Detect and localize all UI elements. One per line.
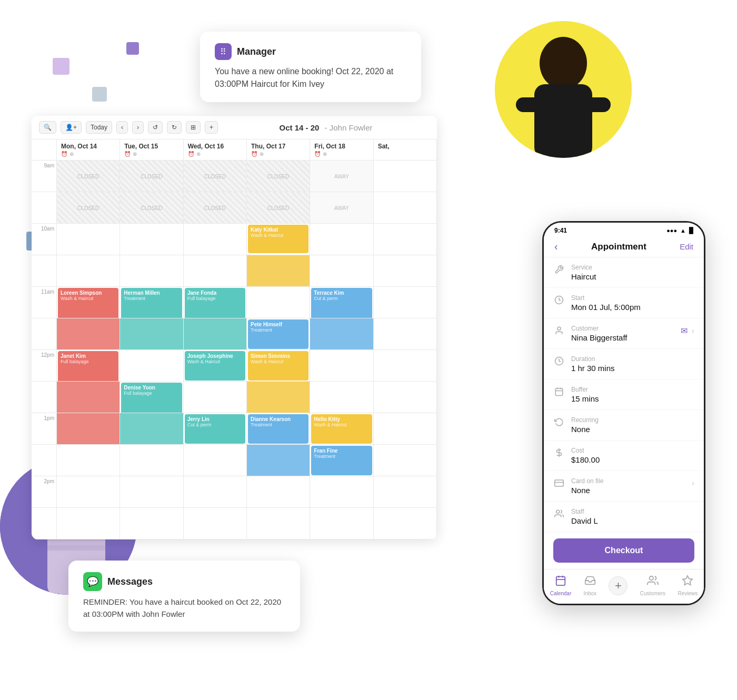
cell-tue-1130[interactable]: [120, 318, 183, 350]
cell-wed-130[interactable]: [184, 445, 247, 476]
cell-mon-2pm[interactable]: [57, 476, 120, 508]
cell-sat-930[interactable]: [374, 192, 437, 224]
cell-sat-11am[interactable]: [374, 287, 437, 318]
cell-tue-1030[interactable]: [120, 255, 183, 287]
cell-sat-1030[interactable]: [374, 255, 437, 287]
cell-thu-12pm[interactable]: Simon Simmins Wash & Haircut: [247, 350, 310, 382]
cell-fri-230[interactable]: [310, 508, 373, 539]
cell-wed-10am[interactable]: [184, 224, 247, 255]
nav-right-btn[interactable]: ›: [132, 121, 144, 134]
cell-wed-12pm[interactable]: Joseph Josephine Wash & Haircut: [184, 350, 247, 382]
edit-button[interactable]: Edit: [680, 242, 693, 251]
cell-tue-930[interactable]: CLOSED: [120, 192, 183, 224]
cell-thu-1pm[interactable]: Dianne Kearson Treatment: [247, 413, 310, 445]
cell-sat-130[interactable]: [374, 445, 437, 476]
cell-mon-1030[interactable]: [57, 255, 120, 287]
card-row[interactable]: Card on file None ›: [544, 471, 704, 502]
cell-fri-1030[interactable]: [310, 255, 373, 287]
cell-thu-1130[interactable]: Pete Himself Treatment: [247, 318, 310, 350]
cell-sat-9am[interactable]: [374, 161, 437, 192]
cell-thu-10am[interactable]: Katy Kitkat Wash & Haircut: [247, 224, 310, 255]
tab-reviews[interactable]: Reviews: [678, 575, 698, 596]
tab-inbox[interactable]: Inbox: [584, 575, 596, 596]
cell-fri-12pm[interactable]: [310, 350, 373, 382]
cell-tue-9am[interactable]: CLOSED: [120, 161, 183, 192]
customer-row[interactable]: Customer Nina Biggerstaff ✉ ›: [544, 318, 704, 349]
checkout-button[interactable]: Checkout: [553, 538, 694, 563]
cell-tue-1230[interactable]: Denise Yoon Full balayage: [120, 382, 183, 413]
cell-wed-1130[interactable]: [184, 318, 247, 350]
svg-rect-16: [555, 388, 563, 396]
cell-wed-930[interactable]: CLOSED: [184, 192, 247, 224]
header-mon: Mon, Oct 14 ⏰ ⊕: [57, 139, 120, 161]
cell-fri-930[interactable]: AWAY: [310, 192, 373, 224]
cell-mon-1230[interactable]: [57, 382, 120, 413]
add-tab-icon[interactable]: +: [609, 576, 628, 595]
cell-tue-230[interactable]: [120, 508, 183, 539]
cell-thu-1030[interactable]: [247, 255, 310, 287]
cell-tue-130[interactable]: [120, 445, 183, 476]
cell-sat-12pm[interactable]: [374, 350, 437, 382]
cell-mon-11am[interactable]: Loreen Simpson Wash & Haircut: [57, 287, 120, 318]
staff-icon: [553, 509, 565, 521]
cell-wed-1pm[interactable]: Jerry Lin Cut & perm: [184, 413, 247, 445]
cell-thu-1230[interactable]: [247, 382, 310, 413]
cell-thu-230[interactable]: [247, 508, 310, 539]
redo-btn[interactable]: ↻: [167, 121, 182, 134]
cell-fri-10am[interactable]: [310, 224, 373, 255]
cell-thu-11am[interactable]: [247, 287, 310, 318]
cell-thu-130[interactable]: [247, 445, 310, 476]
wifi-icon: ▲: [680, 227, 686, 234]
undo-btn[interactable]: ↺: [148, 121, 163, 134]
cell-sat-1pm[interactable]: [374, 413, 437, 445]
cell-fri-1130[interactable]: [310, 318, 373, 350]
cell-fri-11am[interactable]: Terrace Kim Cut & perm: [310, 287, 373, 318]
cell-thu-9am[interactable]: CLOSED: [247, 161, 310, 192]
zoom-btn[interactable]: 🔍: [39, 121, 56, 134]
cell-wed-230[interactable]: [184, 508, 247, 539]
today-btn[interactable]: Today: [86, 121, 112, 134]
cell-tue-10am[interactable]: [120, 224, 183, 255]
cell-sat-230[interactable]: [374, 508, 437, 539]
cell-thu-2pm[interactable]: [247, 476, 310, 508]
cell-sat-2pm[interactable]: [374, 476, 437, 508]
cell-sat-1230[interactable]: [374, 382, 437, 413]
cell-mon-9am[interactable]: CLOSED: [57, 161, 120, 192]
cell-mon-930[interactable]: CLOSED: [57, 192, 120, 224]
cell-wed-9am[interactable]: CLOSED: [184, 161, 247, 192]
cell-tue-11am[interactable]: Herman Millen Treatment: [120, 287, 183, 318]
nav-left-btn[interactable]: ‹: [116, 121, 128, 134]
cell-mon-230[interactable]: [57, 508, 120, 539]
cell-mon-1130[interactable]: [57, 318, 120, 350]
svg-rect-4: [571, 97, 611, 112]
cell-fri-9am[interactable]: AWAY: [310, 161, 373, 192]
tab-add[interactable]: +: [609, 576, 628, 595]
cell-tue-1pm[interactable]: [120, 413, 183, 445]
cell-fri-130[interactable]: Fran Fine Treatment: [310, 445, 373, 476]
add-btn[interactable]: +: [205, 121, 218, 134]
cell-mon-130[interactable]: [57, 445, 120, 476]
cell-tue-2pm[interactable]: [120, 476, 183, 508]
appointment-detail: Service Haircut Start Mon 01 Jul, 5:00pm…: [544, 257, 704, 604]
buffer-value: 15 mins: [571, 394, 694, 403]
back-button[interactable]: ‹: [554, 241, 558, 253]
cell-wed-11am[interactable]: Jane Fonda Full balayage: [184, 287, 247, 318]
cell-mon-1pm[interactable]: [57, 413, 120, 445]
email-button[interactable]: ✉: [681, 326, 688, 336]
tab-customers[interactable]: Customers: [640, 575, 665, 596]
cell-thu-930[interactable]: CLOSED: [247, 192, 310, 224]
staff-btn[interactable]: 👤+: [61, 121, 82, 134]
cell-wed-1230[interactable]: [184, 382, 247, 413]
cell-wed-2pm[interactable]: [184, 476, 247, 508]
cell-mon-10am[interactable]: [57, 224, 120, 255]
cell-sat-1130[interactable]: [374, 318, 437, 350]
cell-fri-1pm[interactable]: Hello Kitty Wash & Haircut: [310, 413, 373, 445]
cell-tue-12pm[interactable]: [120, 350, 183, 382]
cell-fri-1230[interactable]: [310, 382, 373, 413]
cell-wed-1030[interactable]: [184, 255, 247, 287]
tab-calendar[interactable]: Calendar: [550, 575, 572, 596]
cell-fri-2pm[interactable]: [310, 476, 373, 508]
view-btn[interactable]: ⊞: [186, 121, 201, 134]
cell-sat-10am[interactable]: [374, 224, 437, 255]
cell-mon-12pm[interactable]: Janet Kim Full balayage: [57, 350, 120, 382]
